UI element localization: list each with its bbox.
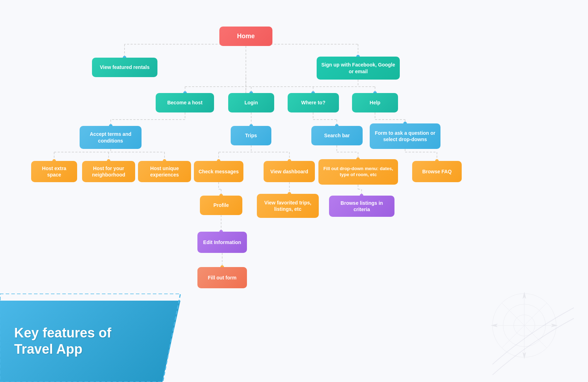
- bottom-banner: Key features of Travel App: [0, 301, 180, 382]
- check-messages-node[interactable]: Check messages: [194, 161, 243, 182]
- help-node[interactable]: Help: [352, 93, 398, 112]
- browse-listings-node[interactable]: Browse listings in criteria: [329, 196, 394, 217]
- home-node[interactable]: Home: [219, 27, 272, 46]
- host-unique-node[interactable]: Host unique experiences: [138, 161, 191, 182]
- view-dashboard-node[interactable]: View dashboard: [264, 161, 315, 182]
- login-node[interactable]: Login: [228, 93, 274, 112]
- signup-node[interactable]: Sign up with Facebook, Google or email: [317, 57, 400, 80]
- search-bar-node[interactable]: Search bar: [311, 126, 363, 145]
- where-to-node[interactable]: Where to?: [288, 93, 339, 112]
- browse-faq-node[interactable]: Browse FAQ: [412, 161, 462, 182]
- host-extra-node[interactable]: Host extra space: [31, 161, 77, 182]
- host-neighborhood-node[interactable]: Host for your neighborhood: [82, 161, 135, 182]
- fill-dropdown-node[interactable]: Fill out drop-down menu: dates, type of …: [318, 159, 398, 185]
- profile-node[interactable]: Profile: [200, 196, 242, 215]
- trips-node[interactable]: Trips: [231, 126, 271, 145]
- diagram-container: Home View featured rentals Sign up with …: [0, 0, 588, 382]
- accept-terms-node[interactable]: Accept terms and conditions: [80, 126, 142, 149]
- become-host-node[interactable]: Become a host: [156, 93, 214, 112]
- view-featured-node[interactable]: View featured rentals: [92, 58, 157, 77]
- banner-text: Key features of Travel App: [14, 325, 111, 357]
- fill-form-node[interactable]: Fill out form: [197, 267, 247, 288]
- view-favorited-node[interactable]: View favorited trips, listings, etc: [257, 194, 319, 218]
- compass-decoration: [489, 290, 560, 361]
- edit-info-node[interactable]: Edit Information: [197, 232, 247, 253]
- form-ask-node[interactable]: Form to ask a question or select drop-do…: [370, 123, 440, 149]
